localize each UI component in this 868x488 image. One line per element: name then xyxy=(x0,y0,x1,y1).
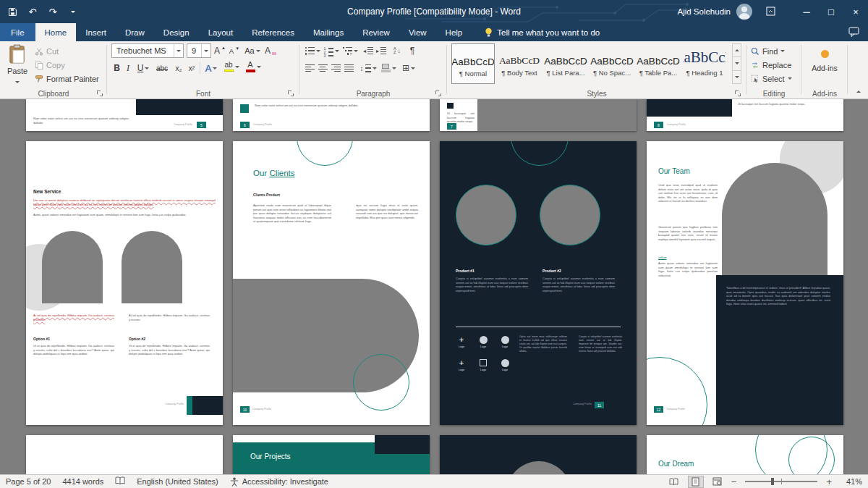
tab-insert[interactable]: Insert xyxy=(76,23,116,41)
strikethrough-button[interactable]: abc xyxy=(153,61,171,75)
zoom-in-button[interactable]: + xyxy=(826,476,832,487)
zoom-slider-thumb[interactable] xyxy=(771,478,774,485)
bold-button[interactable]: B xyxy=(111,61,122,75)
change-case-button[interactable]: Aa xyxy=(243,43,262,58)
tab-draw[interactable]: Draw xyxy=(116,23,154,41)
document-canvas[interactable]: Nam volor natet velest am aut ea essi no… xyxy=(0,99,868,474)
minimize-button[interactable]: ─ xyxy=(794,0,819,23)
paragraph-dialog-launcher[interactable] xyxy=(435,91,441,96)
language-indicator[interactable]: English (United States) xyxy=(137,477,218,486)
italic-button[interactable]: I xyxy=(123,61,133,75)
font-size-combobox[interactable]: 9 xyxy=(187,43,211,58)
page-5-partial[interactable]: Nam volor natet velest am aut ea essi no… xyxy=(26,99,223,131)
page-10-our-clients[interactable]: Our Clients Clients Product Aperitem nia… xyxy=(233,141,430,425)
style-heading-1[interactable]: AaBbCcD ¶ Heading 1 xyxy=(683,43,726,84)
multilevel-list-button[interactable] xyxy=(341,43,359,58)
select-button[interactable]: Select xyxy=(751,72,792,85)
tab-references[interactable]: References xyxy=(242,23,304,41)
style-list-paragraph[interactable]: AaBbCcD ¶ List Para... xyxy=(544,43,587,84)
tell-me-search[interactable]: Tell me what you want to do xyxy=(485,23,600,41)
web-layout-button[interactable] xyxy=(710,476,726,488)
font-dialog-launcher[interactable] xyxy=(288,91,294,96)
highlight-color-button[interactable]: ab xyxy=(221,59,242,74)
grow-font-button[interactable]: A▲ xyxy=(213,43,227,58)
tab-layout[interactable]: Layout xyxy=(199,23,243,41)
font-color-button[interactable]: A xyxy=(243,59,263,74)
line-spacing-button[interactable]: ↕ xyxy=(359,61,378,75)
close-button[interactable]: × xyxy=(843,0,868,23)
proofing-button[interactable] xyxy=(115,476,125,487)
increase-indent-button[interactable]: ▸ xyxy=(375,43,388,58)
accessibility-checker[interactable]: Accessibility: Investigate xyxy=(230,477,328,487)
justify-button[interactable] xyxy=(343,61,354,75)
zoom-out-button[interactable]: − xyxy=(731,476,737,487)
style-table-paragraph[interactable]: AaBbCcD ¶ Table Pa... xyxy=(637,43,680,84)
customize-qat-button[interactable] xyxy=(67,4,80,20)
tab-review[interactable]: Review xyxy=(353,23,399,41)
page-11-products[interactable]: Product #1 Caepta si soluptibel ausimet … xyxy=(440,141,637,425)
tab-file[interactable]: File xyxy=(0,23,35,41)
numbering-button[interactable]: 1 2 3 xyxy=(323,43,340,58)
replace-button[interactable]: Replace xyxy=(751,58,791,72)
styles-dialog-launcher[interactable] xyxy=(735,91,741,96)
styles-more-button[interactable] xyxy=(733,70,741,83)
bullets-button[interactable] xyxy=(304,43,321,58)
superscript-button[interactable]: x² xyxy=(185,61,198,75)
clear-formatting-button[interactable]: A xyxy=(263,43,278,58)
page-9-new-service[interactable]: New Service Um rem sit omnis doluptas re… xyxy=(26,141,223,425)
styles-scroll-up-button[interactable] xyxy=(733,44,741,56)
style-body-text[interactable]: AaBbCcD ¶ Body Text xyxy=(498,43,541,84)
shading-button[interactable] xyxy=(379,61,398,75)
borders-button[interactable]: ⊞ xyxy=(399,61,418,75)
shrink-font-button[interactable]: A▼ xyxy=(227,43,242,58)
comments-button[interactable] xyxy=(848,27,859,39)
redo-button[interactable]: ↷ xyxy=(46,4,59,20)
page-16-our-dream[interactable]: Our Dream xyxy=(647,435,843,474)
tab-mailings[interactable]: Mailings xyxy=(304,23,353,41)
tab-view[interactable]: View xyxy=(399,23,436,41)
zoom-slider[interactable] xyxy=(745,481,817,482)
style-normal[interactable]: AaBbCcD ¶ Normal xyxy=(451,43,495,84)
read-mode-button[interactable] xyxy=(666,476,682,488)
collapse-ribbon-button[interactable] xyxy=(856,85,861,95)
show-formatting-marks-button[interactable]: ¶ xyxy=(407,43,418,58)
avatar[interactable] xyxy=(736,4,752,20)
decrease-indent-button[interactable]: ◂ xyxy=(362,43,375,58)
text-effects-button[interactable]: A xyxy=(203,61,220,75)
print-layout-button[interactable] xyxy=(688,476,704,488)
sort-button[interactable]: AZ ↓ xyxy=(389,43,405,58)
subscript-button[interactable]: x₂ xyxy=(172,61,185,75)
page-8-partial[interactable]: Ut laceaque net faccum fugiatia quuntio … xyxy=(647,99,843,131)
tab-home[interactable]: Home xyxy=(35,23,77,41)
addins-button[interactable]: Add-ins xyxy=(806,46,843,83)
tab-help[interactable]: Help xyxy=(436,23,472,41)
page-6-partial[interactable]: Nam volor natet velest am aut ea essi no… xyxy=(233,99,430,131)
page-14-our-projects[interactable]: Our Projects xyxy=(233,435,430,474)
align-center-button[interactable] xyxy=(317,61,328,75)
tab-design[interactable]: Design xyxy=(154,23,199,41)
clipboard-dialog-launcher[interactable] xyxy=(97,91,103,96)
account-chip[interactable]: Ajid Solehudin xyxy=(677,0,752,23)
copy-button[interactable]: Copy xyxy=(35,58,65,72)
paste-button[interactable]: Paste xyxy=(3,43,32,88)
ribbon-display-options-button[interactable] xyxy=(766,7,775,18)
font-name-combobox[interactable]: Trebuchet MS xyxy=(111,43,184,58)
page-12-our-team[interactable]: Our Team Ovid quo tenis evendipid quid u… xyxy=(647,141,843,425)
page-15-partial[interactable] xyxy=(440,435,637,474)
save-button[interactable] xyxy=(6,4,19,20)
align-right-button[interactable] xyxy=(330,61,341,75)
find-button[interactable]: Find xyxy=(751,44,785,58)
align-left-button[interactable] xyxy=(304,61,315,75)
underline-button[interactable]: U xyxy=(135,61,152,75)
undo-button[interactable]: ↶ xyxy=(26,4,39,20)
style-no-spacing[interactable]: AaBbCcD ¶ No Spac... xyxy=(590,43,634,84)
page-7-partial[interactable]: Ut laceaque net faccum fugiatia quuntio … xyxy=(440,99,637,131)
maximize-button[interactable]: □ xyxy=(819,0,843,23)
styles-scroll-down-button[interactable] xyxy=(733,56,741,70)
cut-button[interactable]: Cut xyxy=(35,44,59,58)
word-count[interactable]: 4414 words xyxy=(62,477,103,486)
format-painter-button[interactable]: Format Painter xyxy=(35,72,99,85)
page-13-partial[interactable] xyxy=(26,435,223,474)
page-indicator[interactable]: Page 5 of 20 xyxy=(6,477,51,486)
zoom-level[interactable]: 41% xyxy=(838,477,862,486)
